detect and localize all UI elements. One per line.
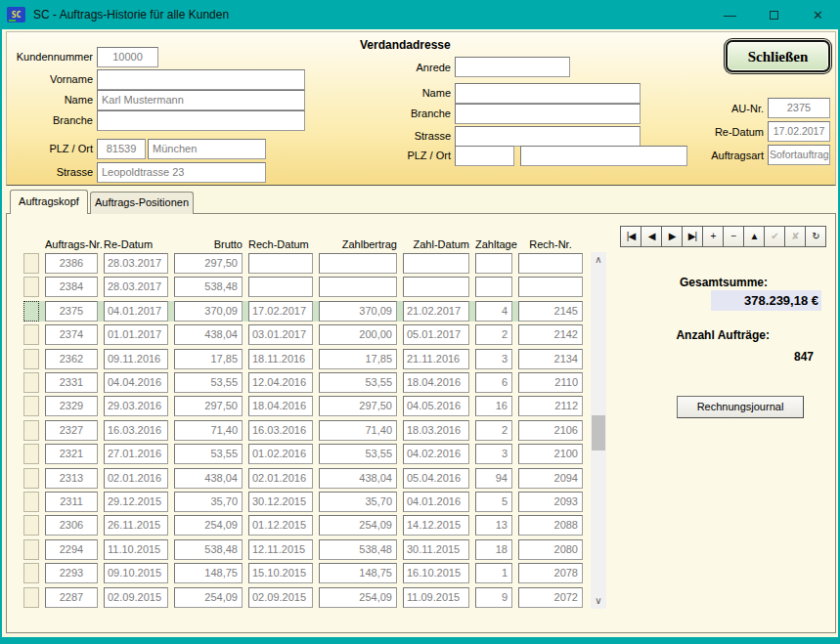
cell-zahltage[interactable]: 16 bbox=[475, 396, 512, 416]
cell-zahl-datum[interactable]: 21.02.2017 bbox=[403, 301, 469, 322]
cell-zahltage[interactable]: 3 bbox=[475, 444, 512, 464]
versand-name-field[interactable] bbox=[455, 83, 641, 104]
cell-brutto[interactable]: 438,04 bbox=[174, 324, 243, 345]
cell-rech-datum[interactable]: 30.12.2015 bbox=[248, 492, 313, 512]
cell-auftrags-nr[interactable]: 2293 bbox=[45, 563, 98, 583]
cell-zahlbetrag[interactable]: 35,70 bbox=[319, 492, 397, 512]
cell-zahltage[interactable] bbox=[475, 277, 512, 297]
table-row[interactable]: 232127.01.201653,5501.02.201653,5504.02.… bbox=[23, 444, 583, 464]
cell-rech-datum[interactable]: 12.04.2016 bbox=[248, 372, 313, 393]
table-row[interactable]: 233104.04.201653,5512.04.201653,5518.04.… bbox=[23, 372, 583, 393]
cell-brutto[interactable]: 53,55 bbox=[174, 444, 243, 464]
cell-zahltage[interactable]: 9 bbox=[475, 587, 512, 608]
refresh-button[interactable]: ↻ bbox=[805, 226, 826, 247]
cell-auftrags-nr[interactable]: 2311 bbox=[45, 492, 98, 512]
cell-zahlbetrag[interactable]: 254,09 bbox=[319, 587, 397, 608]
cell-zahlbetrag[interactable]: 438,04 bbox=[319, 468, 397, 489]
branche-field[interactable] bbox=[97, 110, 305, 131]
first-button[interactable]: |◀ bbox=[620, 226, 641, 247]
cell-rech-nr[interactable]: 2142 bbox=[518, 324, 583, 345]
cell-zahltage[interactable]: 1 bbox=[475, 563, 512, 583]
cell-brutto[interactable]: 438,04 bbox=[174, 468, 243, 489]
cell-rech-nr[interactable]: 2112 bbox=[518, 396, 583, 416]
versand-ort-field[interactable] bbox=[520, 146, 687, 166]
cell-rech-datum[interactable]: 02.01.2016 bbox=[248, 468, 313, 489]
table-row[interactable]: 229411.10.2015538,4812.11.2015538,4830.1… bbox=[23, 539, 583, 560]
cell-zahl-datum[interactable]: 04.05.2016 bbox=[403, 396, 469, 416]
cell-zahlbetrag[interactable]: 53,55 bbox=[319, 444, 397, 464]
row-selector[interactable] bbox=[23, 301, 39, 322]
cell-brutto[interactable]: 53,55 bbox=[174, 372, 243, 393]
delete-button[interactable]: − bbox=[723, 226, 744, 247]
cell-zahlbetrag[interactable]: 254,09 bbox=[319, 515, 397, 536]
cell-brutto[interactable]: 538,48 bbox=[174, 277, 243, 297]
table-row[interactable]: 228702.09.2015254,0902.09.2015254,0911.0… bbox=[23, 587, 583, 608]
cell-zahlbetrag[interactable]: 53,55 bbox=[319, 372, 397, 393]
row-selector[interactable] bbox=[23, 349, 39, 369]
table-row[interactable]: 236209.11.201617,8518.11.201617,8521.11.… bbox=[23, 349, 583, 369]
cell-zahl-datum[interactable]: 04.02.2016 bbox=[403, 444, 469, 464]
cell-re-datum[interactable]: 02.09.2015 bbox=[104, 587, 168, 608]
row-selector[interactable] bbox=[23, 539, 39, 560]
cell-zahl-datum[interactable]: 14.12.2015 bbox=[403, 515, 469, 536]
cell-zahlbetrag[interactable]: 297,50 bbox=[319, 396, 397, 416]
cell-zahlbetrag[interactable]: 538,48 bbox=[319, 539, 397, 560]
cell-zahl-datum[interactable]: 11.09.2015 bbox=[403, 587, 469, 608]
cell-zahltage[interactable] bbox=[475, 253, 512, 274]
table-row[interactable]: 232929.03.2016297,5018.04.2016297,5004.0… bbox=[23, 396, 583, 416]
cell-re-datum[interactable]: 11.10.2015 bbox=[104, 539, 168, 560]
row-selector[interactable] bbox=[23, 324, 39, 345]
table-scrollbar[interactable]: ∧ ∨ bbox=[591, 252, 606, 609]
cell-zahl-datum[interactable] bbox=[403, 277, 469, 297]
prior-button[interactable]: ◀ bbox=[641, 226, 662, 247]
last-button[interactable]: ▶| bbox=[682, 226, 703, 247]
cell-zahltage[interactable]: 5 bbox=[475, 492, 512, 512]
cell-re-datum[interactable]: 04.01.2017 bbox=[104, 301, 168, 322]
anrede-field[interactable] bbox=[455, 57, 570, 77]
cell-auftrags-nr[interactable]: 2287 bbox=[45, 587, 98, 608]
cell-re-datum[interactable]: 16.03.2016 bbox=[104, 420, 168, 441]
cell-auftrags-nr[interactable]: 2329 bbox=[45, 396, 98, 416]
row-selector[interactable] bbox=[23, 277, 39, 297]
cell-brutto[interactable]: 297,50 bbox=[174, 253, 243, 274]
cell-zahltage[interactable]: 2 bbox=[475, 324, 512, 345]
cell-re-datum[interactable]: 04.04.2016 bbox=[104, 372, 168, 393]
table-row[interactable]: 237504.01.2017370,0917.02.2017370,0921.0… bbox=[23, 301, 583, 322]
tab-auftrags-positionen[interactable]: Auftrags-Positionen bbox=[90, 192, 194, 214]
cell-rech-datum[interactable]: 16.03.2016 bbox=[248, 420, 313, 441]
cell-re-datum[interactable]: 29.03.2016 bbox=[104, 396, 168, 416]
cell-brutto[interactable]: 538,48 bbox=[174, 539, 243, 560]
cell-brutto[interactable]: 254,09 bbox=[174, 587, 243, 608]
cell-zahltage[interactable]: 94 bbox=[475, 468, 512, 489]
scroll-up-icon[interactable]: ∧ bbox=[591, 252, 606, 268]
cell-zahl-datum[interactable]: 18.04.2016 bbox=[403, 372, 469, 393]
maximize-button[interactable] bbox=[752, 0, 796, 29]
row-selector[interactable] bbox=[23, 420, 39, 441]
table-row[interactable]: 237401.01.2017438,0403.01.2017200,0005.0… bbox=[23, 324, 583, 345]
cell-re-datum[interactable]: 28.03.2017 bbox=[104, 277, 168, 297]
cell-zahlbetrag[interactable]: 200,00 bbox=[319, 324, 397, 345]
cell-rech-nr[interactable]: 2145 bbox=[518, 301, 583, 322]
cell-rech-nr[interactable]: 2080 bbox=[518, 539, 583, 560]
cell-zahltage[interactable]: 6 bbox=[475, 372, 512, 393]
cell-zahltage[interactable]: 18 bbox=[475, 539, 512, 560]
cell-brutto[interactable]: 71,40 bbox=[174, 420, 243, 441]
table-row[interactable]: 231302.01.2016438,0402.01.2016438,0405.0… bbox=[23, 468, 583, 489]
versand-plz-field[interactable] bbox=[455, 146, 514, 166]
cell-zahlbetrag[interactable]: 71,40 bbox=[319, 420, 397, 441]
edit-button[interactable]: ▲ bbox=[743, 226, 765, 247]
close-button[interactable]: ✕ bbox=[796, 0, 840, 29]
row-selector[interactable] bbox=[23, 587, 39, 608]
table-row[interactable]: 232716.03.201671,4016.03.201671,4018.03.… bbox=[23, 420, 583, 441]
cell-auftrags-nr[interactable]: 2306 bbox=[45, 515, 98, 536]
cell-re-datum[interactable]: 28.03.2017 bbox=[104, 253, 168, 274]
row-selector[interactable] bbox=[23, 563, 39, 583]
rechnungsjournal-button[interactable]: Rechnungsjournal bbox=[677, 396, 804, 418]
cell-zahl-datum[interactable]: 05.04.2016 bbox=[403, 468, 469, 489]
cell-rech-nr[interactable] bbox=[518, 277, 583, 297]
scroll-down-icon[interactable]: ∨ bbox=[591, 593, 606, 609]
cell-auftrags-nr[interactable]: 2375 bbox=[45, 301, 98, 322]
cell-re-datum[interactable]: 29.12.2015 bbox=[104, 492, 168, 512]
cell-rech-nr[interactable]: 2094 bbox=[518, 468, 583, 489]
cell-auftrags-nr[interactable]: 2313 bbox=[45, 468, 98, 489]
